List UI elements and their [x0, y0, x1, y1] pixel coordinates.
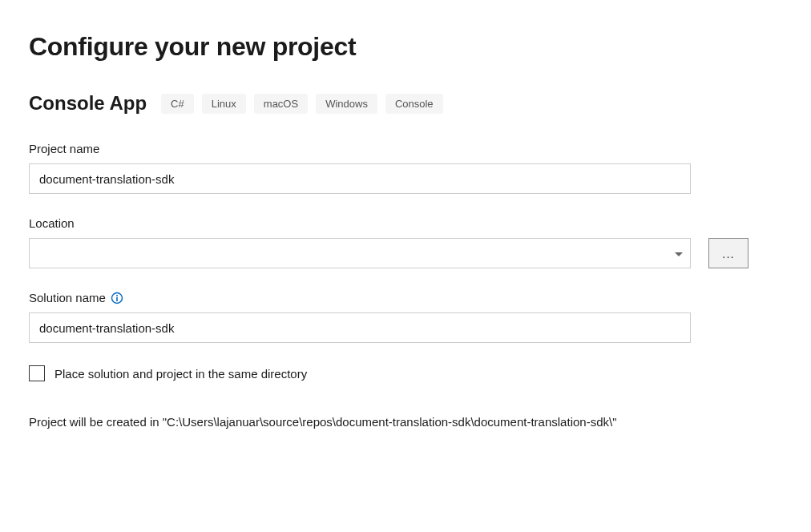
- template-name: Console App: [29, 92, 147, 115]
- same-directory-checkbox-row: Place solution and project in the same d…: [29, 365, 782, 381]
- tag-console: Console: [385, 94, 443, 114]
- svg-rect-2: [116, 297, 118, 301]
- browse-button[interactable]: ...: [708, 238, 748, 268]
- solution-name-label: Solution name: [29, 291, 782, 304]
- solution-name-group: Solution name: [29, 291, 782, 343]
- info-icon[interactable]: [111, 292, 123, 304]
- solution-name-input[interactable]: [29, 312, 691, 343]
- project-name-label: Project name: [29, 142, 782, 155]
- page-title: Configure your new project: [29, 32, 782, 62]
- tag-windows: Windows: [316, 94, 377, 114]
- template-row: Console App C# Linux macOS Windows Conso…: [29, 92, 782, 115]
- tag-macos: macOS: [254, 94, 308, 114]
- location-input[interactable]: [29, 238, 691, 268]
- same-directory-checkbox[interactable]: [29, 365, 45, 381]
- svg-point-1: [116, 295, 118, 296]
- path-preview: Project will be created in "C:\Users\laj…: [29, 413, 718, 432]
- location-group: Location ...: [29, 216, 782, 268]
- project-name-group: Project name: [29, 142, 782, 194]
- location-label: Location: [29, 216, 782, 230]
- tag-csharp: C#: [161, 94, 194, 114]
- solution-name-label-text: Solution name: [29, 291, 106, 304]
- template-tags: C# Linux macOS Windows Console: [161, 94, 443, 114]
- same-directory-label: Place solution and project in the same d…: [54, 367, 307, 381]
- project-name-input[interactable]: [29, 163, 691, 194]
- tag-linux: Linux: [202, 94, 246, 114]
- location-combo[interactable]: [29, 238, 691, 268]
